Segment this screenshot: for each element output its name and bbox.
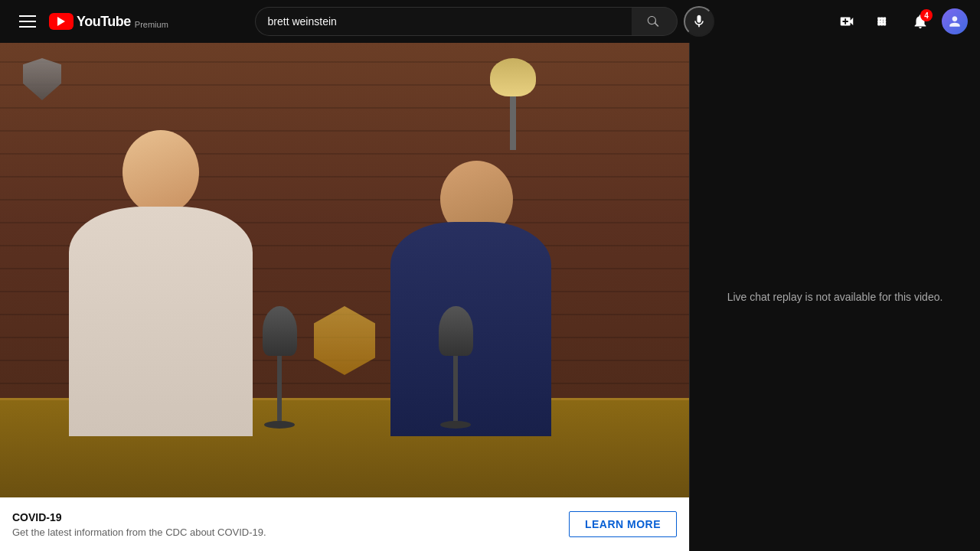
shield-logo-icon	[23, 58, 61, 100]
video-player[interactable]	[0, 43, 689, 497]
menu-button[interactable]	[12, 6, 43, 37]
header-right: 4	[831, 6, 968, 37]
hex-logo-icon	[314, 306, 375, 375]
mic-head-left	[263, 306, 297, 356]
video-camera-icon	[838, 13, 855, 30]
microphone-right	[436, 306, 475, 421]
premium-badge: Premium	[135, 20, 168, 29]
mic-base-left	[264, 421, 295, 429]
search-icon	[647, 15, 661, 28]
main-content: COVID-19 Get the latest information from…	[0, 43, 980, 551]
center-logo	[314, 306, 375, 375]
avatar[interactable]	[942, 8, 968, 34]
search-container	[255, 6, 714, 37]
covid-description: Get the latest information from the CDC …	[12, 527, 557, 538]
microphone-left	[260, 306, 299, 421]
notification-count-badge: 4	[920, 9, 933, 21]
search-button[interactable]	[632, 7, 678, 36]
mic-base-right	[440, 421, 471, 429]
person-right	[390, 161, 590, 436]
chat-unavailable-message: Live chat replay is not available for th…	[712, 274, 959, 321]
lamp-decoration	[490, 58, 536, 150]
video-thumbnail	[0, 43, 689, 497]
create-button[interactable]	[831, 6, 862, 37]
person-left-head	[122, 130, 199, 214]
mic-icon	[691, 14, 707, 29]
mic-head-right	[439, 306, 473, 356]
search-input[interactable]	[255, 7, 632, 36]
video-column: COVID-19 Get the latest information from…	[0, 43, 689, 551]
header: YouTube Premium	[0, 0, 980, 43]
notifications-button[interactable]: 4	[905, 6, 936, 37]
apps-button[interactable]	[868, 6, 899, 37]
covid-title: COVID-19	[12, 511, 557, 523]
logo-area[interactable]: YouTube Premium	[49, 13, 168, 30]
chat-sidebar: Live chat replay is not available for th…	[689, 43, 980, 551]
user-icon	[947, 14, 962, 29]
channel-overlay-logo	[23, 58, 61, 96]
mic-stand-right	[453, 356, 458, 421]
apps-grid-icon	[875, 13, 892, 30]
person-left-body	[69, 207, 253, 436]
covid-info: COVID-19 Get the latest information from…	[12, 511, 557, 538]
covid-banner: COVID-19 Get the latest information from…	[0, 497, 689, 551]
learn-more-button[interactable]: LEARN MORE	[569, 511, 677, 537]
youtube-wordmark: YouTube	[77, 14, 131, 30]
mic-stand-left	[277, 356, 282, 421]
youtube-logo-icon	[49, 13, 74, 30]
person-left	[61, 145, 276, 436]
voice-search-button[interactable]	[684, 6, 714, 37]
hamburger-icon	[19, 15, 36, 28]
